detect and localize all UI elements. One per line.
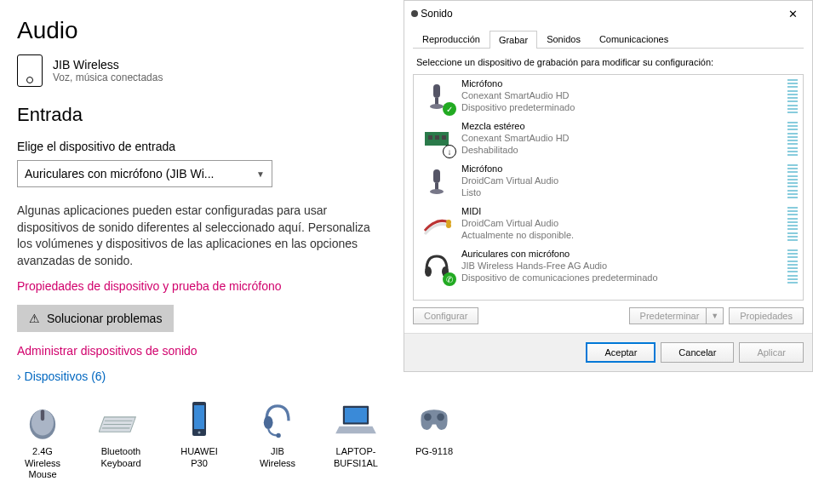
device-meta: Mezcla estéreoConexant SmartAudio HDDesh… [461,121,781,156]
device-item[interactable]: LAPTOP-BUFSI1AL [330,397,381,480]
sound-dialog: Sonido ✕ ReproducciónGrabarSonidosComuni… [404,0,813,372]
device-item[interactable]: HUAWEI P30 [174,397,225,480]
input-device-select[interactable]: Auriculares con micrófono (JIB Wi... ▼ [17,160,272,187]
device-meta: MIDIDroidCam Virtual AudioActualmente no… [461,206,781,241]
svg-point-28 [425,266,432,277]
tab-reproducción[interactable]: Reproducción [413,30,490,48]
svg-rect-16 [433,84,440,98]
mic-icon [419,163,455,199]
svg-point-9 [198,432,201,434]
device-item[interactable]: 2.4G Wireless Mouse [17,397,68,480]
instruction-text: Seleccione un dispositivo de grabación p… [416,57,800,67]
configure-button[interactable]: Configurar [413,307,478,324]
set-default-dropdown[interactable]: ▼ [706,307,724,324]
level-meter [787,122,798,156]
device-label: Bluetooth Keyboard [95,446,146,468]
speaker-icon [411,10,418,17]
device-name: JIB Wireless [53,58,163,72]
mic-icon: ✓ [419,78,455,114]
device-label: JIB Wireless [252,446,303,468]
tab-strip: ReproducciónGrabarSonidosComunicaciones [413,30,804,49]
svg-rect-24 [435,183,438,190]
mouse-icon [17,397,68,441]
level-meter [787,79,798,113]
devices-grid: 2.4G Wireless MouseBluetooth KeyboardHUA… [17,397,387,480]
page-title: Audio [17,17,387,44]
tab-comunicaciones[interactable]: Comunicaciones [590,30,678,48]
chevron-down-icon: ▼ [256,169,265,179]
device-label: HUAWEI P30 [174,446,225,468]
ok-button[interactable]: Aceptar [586,342,656,363]
gamepad-icon [409,397,460,441]
device-label: 2.4G Wireless Mouse [17,446,68,480]
board-icon: ↓ [419,121,455,157]
set-default-split-button[interactable]: Predeterminar ▼ [629,307,724,324]
device-meta: Auriculares con micrófonoJIB Wireless Ha… [461,249,781,284]
cable-icon [419,206,455,242]
troubleshoot-label: Solucionar problemas [47,312,162,325]
status-badge: ✓ [443,102,456,116]
svg-point-10 [264,416,273,429]
properties-button[interactable]: Propiedades [729,307,804,324]
level-meter [787,249,798,284]
svg-rect-17 [435,98,438,105]
tab-grabar[interactable]: Grabar [490,31,537,49]
svg-point-27 [446,223,451,228]
input-select-label: Elige el dispositivo de entrada [17,140,387,153]
input-section-heading: Entrada [17,104,387,126]
device-label: LAPTOP-BUFSI1AL [330,446,381,468]
dialog-title: Sonido [421,8,452,20]
device-status: Voz, música conectadas [53,72,163,83]
recording-device-row[interactable]: MIDIDroidCam Virtual AudioActualmente no… [414,203,803,245]
svg-rect-8 [194,405,204,429]
recording-device-row[interactable]: MicrófonoDroidCam Virtual AudioListo [414,160,803,203]
svg-point-11 [276,433,280,438]
device-properties-link[interactable]: Propiedades de dispositivo y prueba de m… [17,279,387,293]
input-device-value: Auriculares con micrófono (JIB Wi... [25,167,215,180]
settings-panel: Audio JIB Wireless Voz, música conectada… [0,0,404,480]
headphones-icon: ✆ [419,249,455,284]
device-item[interactable]: JIB Wireless [252,397,303,480]
svg-rect-2 [41,410,44,421]
troubleshoot-button[interactable]: ⚠ Solucionar problemas [17,305,174,332]
warning-icon: ⚠ [29,312,40,325]
svg-point-14 [424,414,432,421]
phone-icon [174,397,225,441]
keyboard-icon [95,397,146,441]
recording-device-list[interactable]: ✓MicrófonoConexant SmartAudio HDDisposit… [413,74,804,301]
device-meta: MicrófonoConexant SmartAudio HDDispositi… [461,78,781,113]
cancel-button[interactable]: Cancelar [661,342,734,363]
svg-rect-20 [428,135,432,140]
svg-rect-23 [433,169,440,183]
device-icon [17,54,43,87]
output-device-row[interactable]: JIB Wireless Voz, música conectadas [17,54,387,87]
device-item[interactable]: Bluetooth Keyboard [95,397,146,480]
recording-device-row[interactable]: ↓Mezcla estéreoConexant SmartAudio HDDes… [414,117,803,160]
status-badge: ↓ [443,145,456,158]
svg-point-18 [430,104,444,109]
svg-rect-22 [442,135,446,140]
tab-sonidos[interactable]: Sonidos [537,30,590,48]
level-meter [787,207,798,241]
laptop-icon [330,397,381,441]
list-buttons: Configurar Predeterminar ▼ Propiedades [413,307,804,324]
svg-rect-13 [345,408,367,422]
level-meter [787,164,798,198]
devices-header[interactable]: Dispositivos (6) [17,369,387,383]
device-label: PG-9118 [415,446,453,457]
dialog-titlebar[interactable]: Sonido ✕ [404,1,812,26]
status-badge: ✆ [443,272,456,286]
dialog-footer: Aceptar Cancelar Aplicar [404,333,812,371]
device-item[interactable]: PG-9118 [409,397,460,480]
recording-device-row[interactable]: ✓MicrófonoConexant SmartAudio HDDisposit… [414,75,803,117]
manage-devices-link[interactable]: Administrar dispositivos de sonido [17,344,387,358]
svg-point-25 [430,189,444,194]
svg-rect-21 [435,135,439,140]
input-note: Algunas aplicaciones pueden estar config… [17,203,387,269]
apply-button[interactable]: Aplicar [739,342,804,363]
recording-device-row[interactable]: ✆Auriculares con micrófonoJIB Wireless H… [414,245,803,288]
set-default-button[interactable]: Predeterminar [629,307,707,324]
close-button[interactable]: ✕ [773,1,812,26]
headset-icon [252,397,303,441]
svg-point-15 [437,414,444,421]
